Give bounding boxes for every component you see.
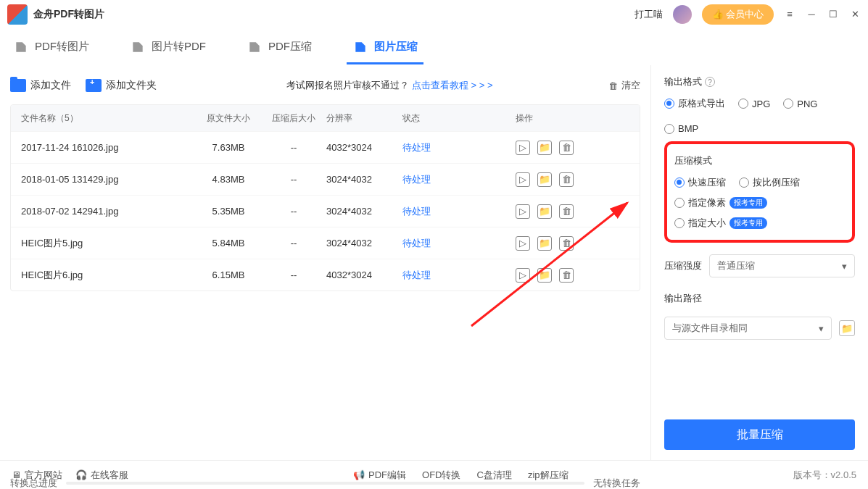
tab-pdf-compress[interactable]: PDF压缩 <box>241 29 318 64</box>
play-icon[interactable]: ▷ <box>516 172 530 187</box>
format-jpg[interactable]: JPG <box>738 99 770 109</box>
play-icon[interactable]: ▷ <box>516 141 530 155</box>
table-header: 文件名称（5） 原文件大小 压缩后大小 分辨率 状态 操作 <box>11 105 640 131</box>
notice-link[interactable]: 点击查看教程 > > > <box>412 80 493 91</box>
cell-ops: ▷ 📁 🗑 <box>511 172 640 187</box>
open-folder-icon[interactable]: 📁 <box>537 268 552 283</box>
notice-text: 考试网报名照片审核不通过？ <box>286 80 409 91</box>
tab-image-compress[interactable]: 图片压缩 <box>347 29 423 64</box>
help-icon[interactable]: ? <box>705 77 715 87</box>
play-icon[interactable]: ▷ <box>516 236 530 251</box>
titlebar: 金舟PDF转图片 打工喵 👍 会员中心 ≡ ─ ☐ ✕ <box>0 0 868 29</box>
col-origsize-header: 原文件大小 <box>196 112 261 125</box>
cell-compsize: -- <box>261 206 326 217</box>
mode-ratio[interactable]: 按比例压缩 <box>739 176 800 189</box>
app-title: 金舟PDF转图片 <box>33 8 635 21</box>
format-label: JPG <box>752 99 770 109</box>
member-center-button[interactable]: 👍 会员中心 <box>702 4 774 25</box>
tab-image-to-pdf[interactable]: 图片转PDF <box>124 29 212 64</box>
compress-mode-label: 压缩模式 <box>674 154 845 167</box>
cell-ops: ▷ 📁 🗑 <box>511 268 640 283</box>
radio-icon <box>739 177 749 188</box>
cell-resolution: 4032*3024 <box>326 269 402 280</box>
app-logo-icon <box>7 4 28 25</box>
format-png[interactable]: PNG <box>783 99 817 109</box>
format-original[interactable]: 原格式导出 <box>664 97 725 110</box>
cell-status: 待处理 <box>402 237 511 250</box>
cell-compsize: -- <box>261 269 326 280</box>
mode-fast[interactable]: 快速压缩 <box>674 176 726 189</box>
add-file-button[interactable]: 添加文件 <box>10 79 71 92</box>
strength-select[interactable]: 普通压缩 ▾ <box>709 254 855 277</box>
batch-compress-button[interactable]: 批量压缩 <box>664 419 855 450</box>
radio-icon <box>674 177 685 188</box>
exam-badge: 报考专用 <box>729 217 767 229</box>
cell-resolution: 4032*3024 <box>326 142 402 153</box>
close-icon[interactable]: ✕ <box>849 9 861 20</box>
radio-icon <box>674 218 685 228</box>
file-table: 文件名称（5） 原文件大小 压缩后大小 分辨率 状态 操作 2017-11-24… <box>10 104 640 291</box>
add-folder-label: 添加文件夹 <box>106 79 157 92</box>
main-tabs: PDF转图片 图片转PDF PDF压缩 图片压缩 <box>0 29 868 65</box>
username: 打工喵 <box>635 8 663 21</box>
tab-pdf-to-image[interactable]: PDF转图片 <box>7 29 95 64</box>
delete-icon[interactable]: 🗑 <box>559 204 574 219</box>
open-folder-icon[interactable]: 📁 <box>537 172 552 187</box>
delete-icon[interactable]: 🗑 <box>559 236 574 251</box>
cell-resolution: 3024*4032 <box>326 206 402 217</box>
version-info: 版本号：v2.0.5 <box>793 469 856 482</box>
output-path-label: 输出路径 <box>664 292 855 305</box>
folder-icon <box>86 79 102 92</box>
delete-icon[interactable]: 🗑 <box>559 141 574 155</box>
mode-label: 指定像素 <box>688 196 726 209</box>
file-icon <box>10 79 26 92</box>
mode-size[interactable]: 指定大小报考专用 <box>674 217 767 230</box>
output-path-value: 与源文件目录相同 <box>672 322 748 335</box>
cell-ops: ▷ 📁 🗑 <box>511 236 640 251</box>
cell-ops: ▷ 📁 🗑 <box>511 204 640 219</box>
cell-resolution: 3024*4032 <box>326 238 402 248</box>
tab-label: PDF转图片 <box>35 40 89 54</box>
open-folder-button[interactable]: 📁 <box>839 320 855 336</box>
output-format-options: 原格式导出 JPG PNG BMP <box>664 97 855 134</box>
cell-ops: ▷ 📁 🗑 <box>511 141 640 155</box>
cell-status: 待处理 <box>402 173 511 186</box>
play-icon[interactable]: ▷ <box>516 204 530 219</box>
tab-label: PDF压缩 <box>268 40 312 54</box>
progress-bar: 转换总进度 无转换任务 <box>10 472 640 489</box>
delete-icon[interactable]: 🗑 <box>559 268 574 283</box>
cell-status: 待处理 <box>402 205 511 218</box>
open-folder-icon[interactable]: 📁 <box>537 141 552 155</box>
col-compsize-header: 压缩后大小 <box>261 112 326 125</box>
add-folder-button[interactable]: 添加文件夹 <box>86 79 157 92</box>
mode-pixel[interactable]: 指定像素报考专用 <box>674 196 767 209</box>
clear-button[interactable]: 🗑 清空 <box>608 79 640 92</box>
cell-name: 2017-11-24 161026.jpg <box>11 142 196 153</box>
strength-label: 压缩强度 <box>664 259 702 272</box>
menu-icon[interactable]: ≡ <box>784 9 795 20</box>
strength-value: 普通压缩 <box>717 259 755 272</box>
maximize-icon[interactable]: ☐ <box>827 9 839 20</box>
delete-icon[interactable]: 🗑 <box>559 172 574 187</box>
mode-label: 快速压缩 <box>688 176 726 189</box>
col-ops-header: 操作 <box>511 112 640 125</box>
minimize-icon[interactable]: ─ <box>806 9 817 20</box>
format-bmp[interactable]: BMP <box>664 123 698 134</box>
play-icon[interactable]: ▷ <box>516 268 530 283</box>
tab-label: 图片转PDF <box>152 40 206 54</box>
cell-origsize: 4.83MB <box>196 174 261 185</box>
radio-icon <box>664 124 674 134</box>
format-label: BMP <box>678 123 698 134</box>
add-file-label: 添加文件 <box>30 79 71 92</box>
radio-icon <box>664 99 674 109</box>
open-folder-icon[interactable]: 📁 <box>537 204 552 219</box>
cell-origsize: 6.15MB <box>196 269 261 280</box>
avatar[interactable] <box>673 5 692 24</box>
pdf-to-image-icon <box>13 40 29 54</box>
output-path-select[interactable]: 与源文件目录相同 ▾ <box>664 317 832 340</box>
open-folder-icon[interactable]: 📁 <box>537 236 552 251</box>
cell-status: 待处理 <box>402 269 511 282</box>
trash-icon: 🗑 <box>608 80 618 91</box>
output-format-label: 输出格式 ? <box>664 75 855 88</box>
cell-name: HEIC图片6.jpg <box>11 269 196 282</box>
